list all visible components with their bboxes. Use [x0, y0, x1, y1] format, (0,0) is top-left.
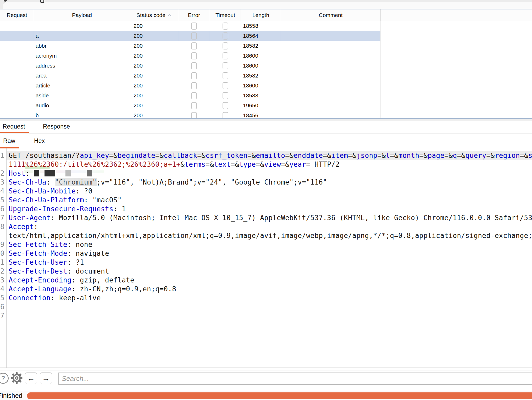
table-row[interactable]: address20018600 [0, 61, 381, 71]
table-row[interactable]: acronym20018600 [0, 51, 381, 61]
timeout-checkbox[interactable] [223, 52, 228, 59]
status-value: 200 [134, 23, 143, 29]
timeout-checkbox[interactable] [223, 72, 228, 79]
next-match-button[interactable]: → [40, 372, 52, 384]
table-row[interactable]: abbr20018582 [0, 41, 381, 51]
column-header-comment[interactable]: Comment [281, 9, 381, 21]
column-header-payload[interactable]: Payload [34, 9, 130, 21]
status-value: 200 [134, 33, 143, 39]
table-row[interactable]: 20018558 [0, 21, 381, 31]
timeout-cell [210, 71, 241, 81]
status-cell: 200 [130, 81, 178, 91]
horizontal-splitter[interactable] [0, 119, 532, 121]
error-checkbox[interactable] [191, 32, 197, 40]
column-header-length[interactable]: Length [241, 9, 281, 21]
previous-match-button[interactable]: ← [25, 372, 37, 384]
error-checkbox[interactable] [191, 52, 197, 59]
right-arrow-icon: → [42, 374, 50, 383]
column-header-timeout[interactable]: Timeout [210, 9, 241, 21]
gear-icon[interactable] [11, 372, 23, 384]
timeout-checkbox[interactable] [223, 92, 228, 99]
table-row[interactable]: audio20019650 [0, 101, 381, 110]
line-number: 3 [0, 178, 4, 187]
column-header-request[interactable]: Request [0, 9, 34, 21]
view-tab-hex[interactable]: Hex [31, 135, 48, 148]
timeout-checkbox[interactable] [223, 32, 228, 40]
timeout-checkbox[interactable] [223, 102, 228, 109]
table-row[interactable]: area20018582 [0, 71, 381, 81]
timeout-cell [210, 110, 241, 118]
request-cell [0, 101, 34, 110]
column-header-status-code[interactable]: Status code [130, 9, 178, 21]
error-cell [178, 61, 210, 71]
column-header-error[interactable]: Error [178, 9, 210, 21]
token: terms [185, 160, 206, 168]
token: region [495, 152, 520, 159]
token: =& [231, 160, 239, 168]
payload-cell: audio [34, 101, 130, 110]
token: page [428, 152, 445, 159]
timeout-checkbox[interactable] [223, 23, 228, 30]
length-value: 18582 [243, 73, 258, 79]
column-label: Status code [136, 12, 165, 18]
comment-cell [281, 41, 381, 51]
line-number: 7 [0, 311, 4, 320]
request-cell [0, 31, 34, 41]
error-checkbox[interactable] [191, 62, 197, 69]
token: : zh-CN,zh;q=0.9,en;q=0.8 [71, 285, 176, 293]
payload-value: abbr [36, 43, 47, 49]
table-row[interactable]: 0b20018456 [0, 110, 381, 118]
error-cell [178, 41, 210, 51]
line-number: 3 [0, 276, 4, 285]
timeout-checkbox[interactable] [223, 82, 228, 89]
status-value: 200 [134, 92, 143, 98]
table-row[interactable]: a20018564 [0, 31, 381, 41]
search-input[interactable] [58, 373, 532, 385]
timeout-checkbox[interactable] [223, 112, 228, 118]
line-content: Sec-Fetch-Site: none [9, 240, 92, 249]
error-checkbox[interactable] [191, 112, 197, 118]
token: =& [155, 152, 164, 159]
token: =& [247, 152, 256, 159]
line-content: GET /southasian/?api_key=&begindate=&cal… [9, 151, 532, 160]
request-line: 9Sec-Fetch-Site: none [0, 240, 532, 249]
token: item [331, 152, 348, 159]
timeout-checkbox[interactable] [223, 62, 228, 69]
request-line: 8Accept: [0, 222, 532, 231]
error-checkbox[interactable] [191, 23, 197, 30]
error-checkbox[interactable] [191, 92, 197, 99]
cropped-glyph-remnant [40, 0, 44, 3]
line-number: 1 [0, 258, 4, 267]
line-content: Sec-Fetch-User: ?1 [9, 258, 84, 267]
token: =& [109, 152, 118, 159]
request-line: 1111%26%2360:/title%26%2362;%26%2360;a+1… [0, 160, 532, 169]
token: : "macOS" [84, 196, 122, 204]
line-content: Accept-Language: zh-CN,zh;q=0.9,en;q=0.8 [9, 285, 176, 293]
tab-request[interactable]: Request [0, 121, 29, 133]
token: : 1 [113, 205, 126, 213]
length-cell: 18600 [241, 51, 281, 61]
line-content: Sec-Ch-Ua-Platform: "macOS" [9, 196, 122, 204]
line-content: Upgrade-Insecure-Requests: 1 [9, 204, 126, 213]
payload-value: aside [36, 92, 49, 98]
table-row[interactable]: aside20018588 [0, 91, 381, 101]
view-tab-raw[interactable]: Raw [0, 135, 19, 148]
table-row[interactable]: article20018600 [0, 81, 381, 91]
request-cell [0, 71, 34, 81]
payload-value: a [36, 33, 39, 39]
error-cell [178, 51, 210, 61]
error-checkbox[interactable] [191, 102, 197, 109]
timeout-checkbox[interactable] [223, 42, 228, 49]
line-content: Accept: [9, 222, 38, 231]
request-editor[interactable]: 1GET /southasian/?api_key=&begindate=&ca… [0, 148, 532, 368]
length-value: 18564 [243, 33, 258, 39]
error-checkbox[interactable] [191, 42, 197, 49]
length-value: 18600 [243, 82, 258, 88]
status-cell: 200 [130, 101, 178, 110]
token: Sec-Fetch-Dest [9, 267, 67, 275]
line-number: 4 [0, 187, 4, 196]
tab-response[interactable]: Response [40, 121, 74, 133]
request-line: text/html,application/xhtml+xml,applicat… [0, 231, 532, 240]
error-checkbox[interactable] [191, 72, 197, 79]
error-checkbox[interactable] [191, 82, 197, 89]
